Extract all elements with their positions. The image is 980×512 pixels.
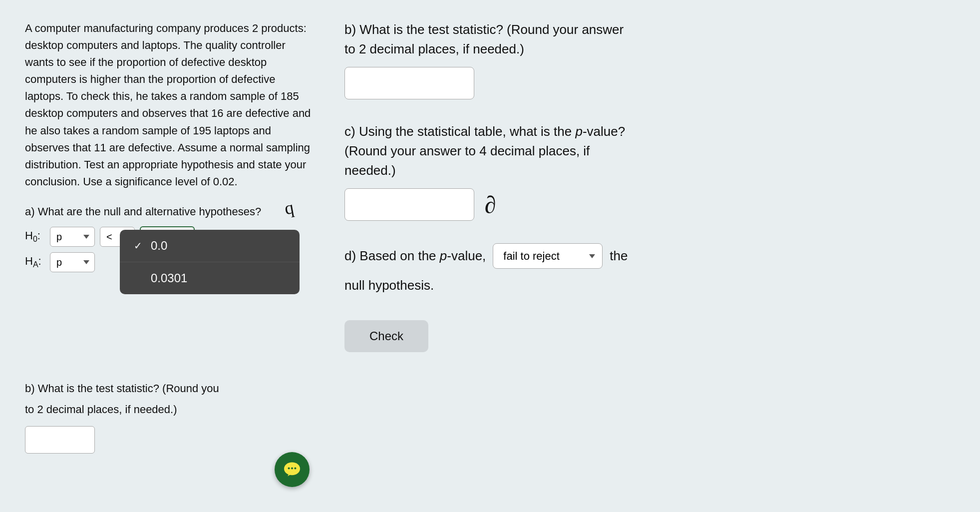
check-button[interactable]: Check xyxy=(344,320,428,352)
d-row: d) Based on the p-value, fail to reject … xyxy=(344,243,955,269)
h0-variable-select[interactable]: p xyxy=(50,227,95,247)
svg-point-3 xyxy=(288,468,290,470)
right-question-b-section: b) What is the test statistic? (Round yo… xyxy=(344,20,955,99)
svg-point-5 xyxy=(294,468,296,470)
p-value-input[interactable] xyxy=(344,188,474,221)
right-test-statistic-input[interactable] xyxy=(344,67,474,99)
c-row: ∂ xyxy=(344,188,955,221)
dropdown-item-1[interactable]: 0.0301 xyxy=(120,262,300,294)
dropdown-item-0[interactable]: ✓ 0.0 xyxy=(120,230,300,262)
svg-point-4 xyxy=(291,468,293,470)
dropdown-overlay[interactable]: ✓ 0.0 0.0301 xyxy=(120,230,300,294)
checkmark-placeholder xyxy=(134,273,144,284)
ha-label: HA: xyxy=(25,255,45,269)
h0-label: H0: xyxy=(25,229,45,244)
chat-icon xyxy=(282,460,302,480)
left-question-b-label: b) What is the test statistic? (Round yo… xyxy=(25,382,315,395)
question-a-label: a) What are the null and alternative hyp… xyxy=(25,205,315,218)
problem-text: A computer manufacturing company produce… xyxy=(25,20,315,190)
dropdown-option-1: 0.0301 xyxy=(151,271,187,285)
null-hypothesis-text: null hypothesis. xyxy=(344,276,955,295)
left-test-statistic-input[interactable] xyxy=(25,426,95,454)
d-post-text: the xyxy=(610,246,628,266)
right-panel: b) What is the test statistic? (Round yo… xyxy=(344,20,955,492)
handwrite-mark-2: ∂ xyxy=(483,190,497,219)
d-pre-text: d) Based on the p-value, xyxy=(344,246,486,266)
right-question-c-section: c) Using the statistical table, what is … xyxy=(344,122,955,221)
right-question-c-label: c) Using the statistical table, what is … xyxy=(344,122,955,180)
left-panel: A computer manufacturing company produce… xyxy=(25,20,315,492)
checkmark-icon: ✓ xyxy=(134,240,144,252)
right-question-b-label: b) What is the test statistic? (Round yo… xyxy=(344,20,955,59)
page-container: A computer manufacturing company produce… xyxy=(0,0,980,512)
left-question-b-label-cont: to 2 decimal places, if needed.) xyxy=(25,403,315,416)
left-question-b-section: b) What is the test statistic? (Round yo… xyxy=(25,382,315,454)
fail-reject-select[interactable]: fail to reject reject xyxy=(493,243,603,269)
chat-fab-button[interactable] xyxy=(275,452,310,487)
ha-variable-select[interactable]: p xyxy=(50,252,95,272)
right-question-d-section: d) Based on the p-value, fail to reject … xyxy=(344,243,955,295)
dropdown-option-0: 0.0 xyxy=(151,239,167,253)
